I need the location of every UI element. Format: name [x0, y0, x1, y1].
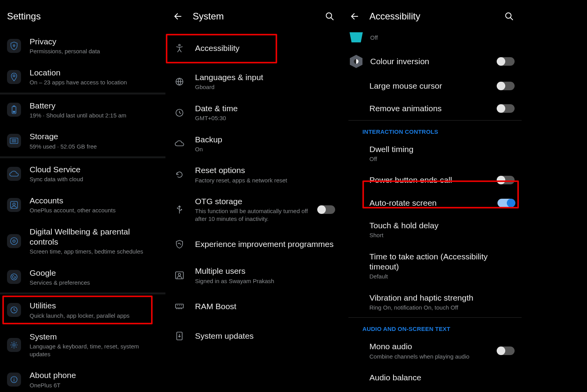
item-label: System updates [195, 331, 335, 341]
toggle-large-cursor[interactable] [497, 82, 515, 90]
settings-item-storage[interactable]: Storage 59% used · 52.05 GB free [0, 125, 165, 156]
item-sub: 19% · Should last until about 2:15 am [30, 112, 158, 119]
colour-inversion-icon [349, 54, 363, 68]
utilities-icon [7, 303, 21, 317]
system-item-languages[interactable]: Languages & input Gboard [165, 66, 342, 97]
svg-point-16 [179, 44, 180, 46]
svg-point-1 [13, 75, 15, 77]
item-label: Privacy [30, 37, 158, 47]
location-pin-icon [7, 70, 21, 84]
system-item-reset[interactable]: Reset options Factory reset, apps & netw… [165, 159, 342, 190]
settings-item-wellbeing[interactable]: Digital Wellbeing & parental controls Sc… [0, 220, 165, 262]
toggle-colour-inversion[interactable] [497, 57, 515, 66]
system-header: System [165, 0, 342, 30]
a11y-item-touch-hold[interactable]: Touch & hold delay Short [342, 214, 522, 245]
back-button[interactable] [349, 11, 360, 22]
a11y-item-vibration[interactable]: Vibration and haptic strength Ring On, n… [342, 287, 522, 318]
settings-header: Settings [0, 0, 165, 30]
item-sub: Off [369, 155, 515, 163]
settings-item-system[interactable]: System Language & keyboard, time, reset,… [0, 326, 165, 364]
clock-icon [172, 106, 186, 120]
a11y-item-colour-inversion[interactable]: Colour inversion [342, 48, 522, 75]
item-sub: Short [369, 231, 515, 239]
settings-panel: Settings Privacy Permissions, personal d… [0, 0, 165, 392]
accessibility-panel: Accessibility Off Colour inversion L [342, 0, 522, 392]
search-button[interactable] [324, 11, 335, 22]
globe-icon [172, 75, 186, 89]
settings-item-battery[interactable]: Battery 19% · Should last until about 2:… [0, 94, 165, 126]
settings-item-accounts[interactable]: Accounts OnePlus account, other accounts [0, 189, 165, 220]
accessibility-header: Accessibility [342, 0, 522, 30]
back-button[interactable] [172, 11, 183, 22]
item-label: RAM Boost [195, 301, 335, 312]
search-button[interactable] [504, 11, 515, 22]
item-label: Power button ends call [369, 175, 490, 185]
toggle-auto-rotate[interactable] [497, 199, 515, 207]
accessibility-icon [172, 41, 186, 55]
settings-item-location[interactable]: Location On – 23 apps have access to loc… [0, 61, 165, 93]
item-label: Colour inversion [370, 56, 490, 66]
system-item-accessibility[interactable]: Accessibility [165, 30, 342, 66]
item-label: Time to take action (Accessibility timeo… [369, 252, 515, 272]
google-icon [7, 270, 21, 284]
a11y-item-large-cursor[interactable]: Large mouse cursor [342, 75, 522, 97]
svg-rect-4 [13, 111, 15, 113]
a11y-item-audio-balance[interactable]: Audio balance [342, 366, 522, 383]
item-sub: This function will be automatically turn… [195, 207, 309, 222]
a11y-item-auto-rotate[interactable]: Auto-rotate screen [342, 192, 522, 214]
settings-item-about[interactable]: About phone OnePlus 6T [0, 364, 165, 392]
a11y-item-prev[interactable]: Off [342, 30, 522, 48]
accessibility-list: Off Colour inversion Large mouse cursor … [342, 30, 522, 383]
toggle-mono-audio[interactable] [497, 346, 515, 355]
system-list: Accessibility Languages & input Gboard D… [165, 30, 342, 350]
toggle-power-ends-call[interactable] [497, 176, 515, 184]
item-label: Multiple users [195, 266, 335, 276]
download-icon [172, 329, 186, 343]
system-item-otg[interactable]: OTG storage This function will be automa… [165, 190, 342, 229]
item-sub: Screen time, app timers, bedtime schedul… [30, 248, 158, 256]
settings-item-cloud[interactable]: Cloud Service Sync data with cloud [0, 158, 165, 189]
system-item-datetime[interactable]: Date & time GMT+05:30 [165, 97, 342, 128]
item-label: Remove animations [369, 103, 490, 114]
item-label: Utilities [30, 301, 158, 311]
item-label: Accessibility [195, 43, 335, 53]
a11y-item-time-action[interactable]: Time to take action (Accessibility timeo… [342, 245, 522, 287]
item-label: OTG storage [195, 196, 309, 206]
teal-icon [349, 30, 363, 44]
a11y-item-remove-animations[interactable]: Remove animations [342, 97, 522, 120]
system-item-backup[interactable]: Backup On [165, 128, 342, 159]
settings-item-google[interactable]: Google Services & preferences [0, 262, 165, 293]
svg-rect-20 [181, 209, 182, 210]
a11y-item-power-ends-call[interactable]: Power button ends call [342, 169, 522, 191]
settings-title: Settings [7, 11, 41, 22]
svg-point-0 [13, 45, 15, 46]
settings-item-privacy[interactable]: Privacy Permissions, personal data [0, 30, 165, 61]
toggle-remove-animations[interactable] [497, 104, 515, 113]
svg-point-9 [13, 240, 15, 242]
a11y-item-mono-audio[interactable]: Mono audio Combine channels when playing… [342, 335, 522, 366]
item-label: Auto-rotate screen [369, 198, 490, 208]
section-audio: AUDIO AND ON-SCREEN TEXT [342, 318, 522, 335]
item-label: Date & time [195, 103, 335, 114]
section-interaction: INTERACTION CONTROLS [342, 121, 522, 138]
settings-item-utilities[interactable]: Utilities Quick launch, app locker, para… [0, 294, 165, 326]
system-item-updates[interactable]: System updates [165, 322, 342, 350]
item-label: Storage [30, 131, 158, 142]
system-item-experience[interactable]: Experience improvement programmes [165, 229, 342, 260]
item-sub: Gboard [195, 83, 335, 91]
otg-toggle[interactable] [318, 205, 335, 214]
item-label: Reset options [195, 165, 335, 175]
svg-point-8 [11, 238, 18, 245]
info-icon [7, 373, 21, 387]
item-sub: OnePlus account, other accounts [30, 206, 158, 214]
item-label: Large mouse cursor [369, 81, 490, 91]
system-item-ramboost[interactable]: RAM Boost [165, 291, 342, 322]
item-label: Mono audio [369, 341, 490, 352]
wellbeing-icon [7, 234, 21, 248]
item-sub: Sync data with cloud [30, 175, 158, 183]
a11y-item-dwell[interactable]: Dwell timing Off [342, 138, 522, 169]
item-label: Dwell timing [369, 144, 515, 154]
system-item-multiusers[interactable]: Multiple users Signed in as Swayam Praka… [165, 260, 342, 291]
item-sub: Default [369, 273, 515, 280]
item-label: Languages & input [195, 72, 335, 82]
